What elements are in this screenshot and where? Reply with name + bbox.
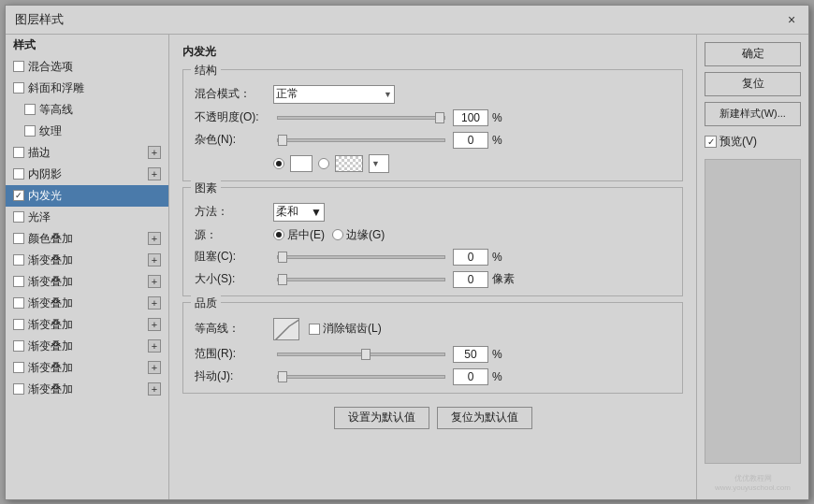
blend-mode-select[interactable]: 正常 ▼ bbox=[273, 85, 395, 104]
sidebar-item-gradient3[interactable]: 渐变叠加 + bbox=[6, 293, 168, 314]
sidebar-item-gradient5[interactable]: 渐变叠加 + bbox=[6, 336, 168, 357]
noise-thumb[interactable] bbox=[278, 135, 287, 146]
source-center-item[interactable]: 居中(E) bbox=[273, 227, 325, 243]
inner-glow-checkbox[interactable] bbox=[13, 190, 24, 201]
gradient5-checkbox[interactable] bbox=[13, 340, 24, 352]
sidebar-item-style[interactable]: 样式 bbox=[6, 35, 168, 56]
gradient6-checkbox[interactable] bbox=[13, 362, 24, 373]
gradient2-plus[interactable]: + bbox=[148, 275, 161, 288]
gradient2-checkbox[interactable] bbox=[13, 276, 24, 287]
color-overlay-checkbox[interactable] bbox=[13, 233, 24, 244]
source-center-radio[interactable] bbox=[273, 229, 284, 240]
sidebar-item-gradient2[interactable]: 渐变叠加 + bbox=[6, 271, 168, 293]
inner-shadow-plus[interactable]: + bbox=[148, 167, 161, 180]
choke-unit: % bbox=[492, 251, 511, 264]
method-select[interactable]: 柔和 ▼ bbox=[273, 203, 325, 222]
jitter-row: 抖动(J): % bbox=[195, 368, 671, 385]
gradient4-checkbox[interactable] bbox=[13, 319, 24, 330]
radio-gradient[interactable] bbox=[318, 158, 329, 169]
sidebar-item-gradient1[interactable]: 渐变叠加 + bbox=[6, 250, 168, 271]
blend-mode-arrow: ▼ bbox=[384, 90, 392, 99]
contour-preview[interactable] bbox=[273, 318, 299, 340]
color-overlay-plus[interactable]: + bbox=[148, 232, 161, 245]
opacity-slider[interactable] bbox=[277, 116, 445, 120]
opacity-row: 不透明度(O): % bbox=[195, 109, 671, 126]
inner-shadow-checkbox[interactable] bbox=[13, 168, 24, 180]
range-thumb[interactable] bbox=[361, 349, 371, 360]
preview-checkbox-row[interactable]: 预览(V) bbox=[705, 134, 801, 150]
opacity-thumb[interactable] bbox=[435, 112, 444, 123]
method-row: 方法： 柔和 ▼ bbox=[195, 203, 671, 222]
jitter-slider[interactable] bbox=[277, 375, 445, 379]
range-slider[interactable] bbox=[277, 353, 445, 356]
choke-thumb[interactable] bbox=[278, 252, 287, 263]
set-default-button[interactable]: 设置为默认值 bbox=[334, 407, 429, 429]
stroke-checkbox[interactable] bbox=[13, 147, 24, 158]
sidebar-item-inner-shadow[interactable]: 内阴影 + bbox=[6, 164, 168, 185]
jitter-thumb[interactable] bbox=[278, 371, 287, 382]
title-bar: 图层样式 × bbox=[6, 6, 808, 35]
sidebar-item-contour[interactable]: 等高线 bbox=[6, 99, 168, 121]
style-label: 样式 bbox=[13, 37, 36, 53]
right-panel: 确定 复位 新建样式(W)... 预览(V) 优优教程网 www.youyusc… bbox=[696, 35, 808, 499]
antialias-checkbox[interactable] bbox=[309, 324, 320, 335]
sidebar-item-color-overlay[interactable]: 颜色叠加 + bbox=[6, 228, 168, 250]
reset-button[interactable]: 复位 bbox=[705, 72, 801, 96]
color-swatch[interactable] bbox=[290, 155, 313, 172]
size-slider[interactable] bbox=[277, 278, 445, 281]
left-scroll[interactable]: 样式 混合选项 斜面和浮雕 等高线 bbox=[6, 35, 168, 499]
gradient1-checkbox[interactable] bbox=[13, 254, 24, 266]
size-thumb[interactable] bbox=[278, 274, 287, 285]
sidebar-item-bevel[interactable]: 斜面和浮雕 bbox=[6, 78, 168, 99]
sidebar-item-gradient6[interactable]: 渐变叠加 + bbox=[6, 357, 168, 379]
gradient5-plus[interactable]: + bbox=[148, 339, 161, 353]
size-row: 大小(S): 像素 bbox=[195, 271, 671, 288]
ok-button[interactable]: 确定 bbox=[705, 42, 801, 66]
source-edge-radio[interactable] bbox=[332, 229, 343, 240]
sidebar-item-stroke[interactable]: 描边 + bbox=[6, 142, 168, 164]
preview-area bbox=[705, 159, 801, 464]
gradient6-plus[interactable]: + bbox=[148, 361, 161, 374]
choke-input[interactable] bbox=[453, 249, 488, 266]
middle-panel: 内发光 结构 混合模式： 正常 ▼ 不透明度(O): bbox=[169, 35, 696, 499]
blend-checkbox[interactable] bbox=[13, 61, 24, 72]
gradient7-plus[interactable]: + bbox=[148, 382, 161, 396]
source-row: 源： 居中(E) 边缘(G) bbox=[195, 227, 671, 243]
gradient-swatch[interactable] bbox=[335, 155, 363, 172]
sidebar-item-gradient7[interactable]: 渐变叠加 + bbox=[6, 379, 168, 400]
sidebar-item-gradient4[interactable]: 渐变叠加 + bbox=[6, 314, 168, 336]
color-type-select[interactable]: ▼ bbox=[369, 154, 389, 173]
inner-shadow-label: 内阴影 bbox=[28, 166, 62, 182]
antialias-item[interactable]: 消除锯齿(L) bbox=[309, 321, 382, 337]
method-value: 柔和 bbox=[276, 204, 298, 220]
bottom-buttons: 设置为默认值 复位为默认值 bbox=[182, 399, 683, 433]
preview-check[interactable] bbox=[705, 136, 717, 148]
sidebar-item-texture[interactable]: 纹理 bbox=[6, 121, 168, 142]
noise-input[interactable] bbox=[453, 132, 488, 149]
sidebar-item-blend[interactable]: 混合选项 bbox=[6, 56, 168, 78]
left-panel: 样式 混合选项 斜面和浮雕 等高线 bbox=[6, 35, 169, 499]
bevel-checkbox[interactable] bbox=[13, 82, 24, 94]
sidebar-item-inner-glow[interactable]: 内发光 bbox=[6, 185, 168, 207]
noise-slider[interactable] bbox=[277, 138, 445, 142]
texture-checkbox[interactable] bbox=[24, 125, 36, 137]
sidebar-item-satin[interactable]: 光泽 bbox=[6, 207, 168, 228]
gradient3-plus[interactable]: + bbox=[148, 296, 161, 310]
radio-color[interactable] bbox=[273, 158, 284, 169]
gradient7-checkbox[interactable] bbox=[13, 383, 24, 395]
choke-slider[interactable] bbox=[277, 255, 445, 259]
gradient4-plus[interactable]: + bbox=[148, 318, 161, 331]
size-input[interactable] bbox=[453, 271, 488, 288]
jitter-input[interactable] bbox=[453, 368, 488, 385]
new-style-button[interactable]: 新建样式(W)... bbox=[705, 102, 801, 126]
gradient1-plus[interactable]: + bbox=[148, 253, 161, 266]
gradient3-checkbox[interactable] bbox=[13, 297, 24, 309]
source-edge-item[interactable]: 边缘(G) bbox=[332, 227, 385, 243]
contour-checkbox[interactable] bbox=[24, 104, 36, 115]
range-input[interactable] bbox=[453, 346, 488, 363]
satin-checkbox[interactable] bbox=[13, 211, 24, 223]
opacity-input[interactable] bbox=[453, 109, 488, 126]
stroke-plus[interactable]: + bbox=[148, 146, 161, 159]
reset-default-button[interactable]: 复位为默认值 bbox=[437, 407, 532, 429]
close-button[interactable]: × bbox=[784, 12, 799, 27]
